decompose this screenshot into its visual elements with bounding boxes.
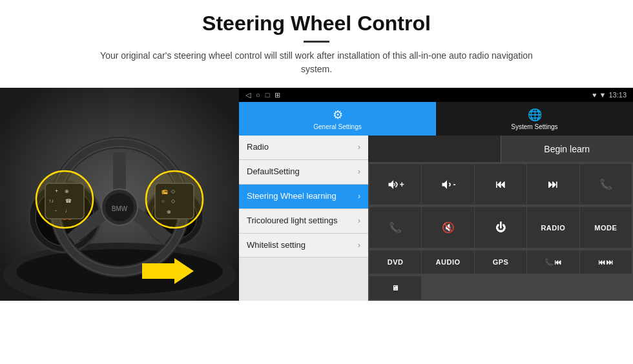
tab-system-label: System Settings (511, 123, 557, 130)
right-top-row: Begin learn (368, 136, 633, 163)
next-track-button[interactable]: ⏭ (527, 164, 579, 205)
subtitle: Your original car's steering wheel contr… (97, 49, 536, 76)
chevron-icon: › (358, 143, 360, 152)
nav-recent-icon[interactable]: □ (265, 91, 270, 99)
chevron-icon: › (358, 192, 360, 201)
android-ui: ◁ ○ □ ⊞ ♥ ▼ 13:13 ⚙ General Settings (239, 88, 633, 301)
radio-button[interactable]: RADIO (527, 207, 579, 248)
right-panel: Begin learn + - ⏮ ⏭ (368, 136, 633, 301)
page-container: Steering Wheel Control Your original car… (0, 0, 633, 364)
menu-item-radio[interactable]: Radio › (239, 136, 368, 160)
menu-steering-label: Steering Wheel learning (247, 191, 358, 202)
tab-general-settings[interactable]: ⚙ General Settings (239, 102, 436, 136)
menu-item-default[interactable]: DefaultSetting › (239, 160, 368, 185)
page-title: Steering Wheel Control (26, 12, 607, 35)
nav-home-icon[interactable]: ○ (256, 91, 260, 99)
extra-row: 🖥 (368, 275, 633, 301)
menu-item-whitelist[interactable]: Whitelist setting › (239, 234, 368, 258)
svg-marker-33 (388, 180, 393, 188)
chevron-icon: › (358, 241, 360, 250)
status-bar: ◁ ○ □ ⊞ ♥ ▼ 13:13 (239, 88, 633, 102)
tab-bar: ⚙ General Settings 🌐 System Settings (239, 102, 633, 136)
audio-button[interactable]: AUDIO (422, 250, 473, 274)
tab-system-settings[interactable]: 🌐 System Settings (436, 102, 633, 136)
header-section: Steering Wheel Control Your original car… (0, 0, 633, 83)
tab-general-label: General Settings (313, 123, 362, 130)
nav-menu-icon[interactable]: ⊞ (275, 91, 280, 99)
menu-item-tricoloured[interactable]: Tricoloured light settings › (239, 209, 368, 234)
control-grid-row1: + - ⏮ ⏭ 📞 (368, 163, 633, 206)
left-menu: Radio › DefaultSetting › Steering Wheel … (239, 136, 368, 301)
chevron-icon: › (358, 167, 360, 176)
call-answer-button[interactable]: 📞 (369, 207, 421, 248)
status-bar-right: ♥ ▼ 13:13 (592, 91, 627, 99)
mute-button[interactable]: 🔇 (422, 207, 473, 248)
svg-marker-34 (442, 180, 447, 188)
menu-item-steering[interactable]: Steering Wheel learning › (239, 185, 368, 209)
mode-button[interactable]: MODE (580, 207, 632, 248)
menu-default-label: DefaultSetting (247, 167, 358, 177)
power-button[interactable]: ⏻ (475, 207, 526, 248)
general-settings-icon: ⚙ (333, 108, 343, 122)
vol-down-button[interactable]: - (422, 164, 473, 205)
control-grid-row2: 📞 🔇 ⏻ RADIO MODE (368, 206, 633, 249)
phone-prev-button[interactable]: 📞⏮ (527, 250, 579, 274)
menu-tricoloured-label: Tricoloured light settings (247, 216, 358, 227)
vol-up-button[interactable]: + (369, 164, 421, 205)
prev-next-button[interactable]: ⏮⏭ (580, 250, 632, 274)
empty-input-box (368, 136, 501, 162)
location-icon: ♥ (592, 91, 597, 99)
screen-button[interactable]: 🖥 (369, 276, 421, 299)
status-bar-nav: ◁ ○ □ ⊞ (245, 91, 280, 99)
content-section: 180 BMW (0, 88, 633, 364)
svg-point-31 (146, 171, 203, 228)
car-image-area: 180 BMW (0, 88, 239, 301)
svg-point-30 (36, 171, 93, 228)
dvd-button[interactable]: DVD (369, 250, 421, 274)
gps-button[interactable]: GPS (475, 250, 526, 274)
main-content: Radio › DefaultSetting › Steering Wheel … (239, 136, 633, 301)
bottom-row: DVD AUDIO GPS 📞⏮ ⏮⏭ (368, 249, 633, 275)
menu-radio-label: Radio (247, 142, 358, 153)
nav-back-icon[interactable]: ◁ (245, 91, 251, 99)
system-settings-icon: 🌐 (528, 108, 542, 122)
begin-learn-button[interactable]: Begin learn (501, 136, 634, 162)
svg-text:BMW: BMW (112, 205, 128, 212)
signal-icon: ▼ (599, 91, 607, 99)
time-display: 13:13 (608, 91, 627, 99)
prev-track-button[interactable]: ⏮ (475, 164, 526, 205)
title-divider (304, 41, 329, 43)
phone-button-row1[interactable]: 📞 (580, 164, 632, 205)
menu-whitelist-label: Whitelist setting (247, 240, 358, 251)
chevron-icon: › (358, 216, 360, 225)
